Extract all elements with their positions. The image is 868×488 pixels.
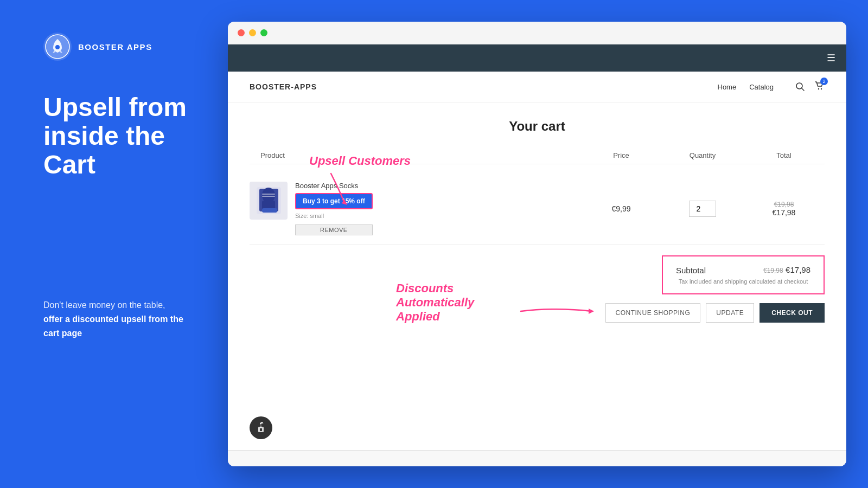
browser-chrome xyxy=(228,22,846,44)
header-price: Price xyxy=(580,151,662,159)
close-dot[interactable] xyxy=(238,29,245,36)
original-total: €19,98 xyxy=(743,201,825,208)
store-icons: 2 xyxy=(795,80,825,93)
total-cell: €19,98 €17,98 xyxy=(743,201,825,217)
cart-row: Booster Apps Socks Buy 3 to get 15% off … xyxy=(250,173,825,245)
subtitle-bold: offer a discounted upsell from the cart … xyxy=(43,314,183,338)
svg-point-3 xyxy=(796,83,802,89)
socks-illustration xyxy=(254,184,284,217)
subtitle-normal: Don't leave money on the table, xyxy=(43,300,165,310)
left-panel: BOOSTER APPS Upsell from inside the Cart… xyxy=(0,0,228,373)
cart-content: Your cart Upsell Customers Product Price… xyxy=(228,102,846,450)
svg-rect-16 xyxy=(260,428,262,431)
discount-annotation: Discounts Automatically Applied xyxy=(396,281,474,324)
product-price: €9,99 xyxy=(611,204,630,213)
svg-rect-11 xyxy=(262,208,277,213)
shopify-icon xyxy=(254,421,267,434)
svg-rect-12 xyxy=(262,194,275,195)
store-topbar: ☰ xyxy=(228,44,846,72)
svg-point-9 xyxy=(262,188,275,203)
store-header: BOOSTER-APPS Home Catalog 2 xyxy=(228,72,846,102)
shopify-badge xyxy=(250,416,272,439)
subtotal-label: Subtotal xyxy=(676,266,706,275)
browser-window: ☰ BOOSTER-APPS Home Catalog 2 Your xyxy=(228,22,846,466)
discount-annotation-label: Discounts Automatically Applied xyxy=(396,281,474,324)
subtitle: Don't leave money on the table, offer a … xyxy=(43,298,195,340)
maximize-dot[interactable] xyxy=(260,29,267,36)
nav-home[interactable]: Home xyxy=(718,83,737,91)
store-nav: Home Catalog xyxy=(718,83,774,91)
nav-catalog[interactable]: Catalog xyxy=(749,83,774,91)
cart-badge: 2 xyxy=(820,78,828,85)
subtotal-prices: €19,98 €17,98 xyxy=(763,265,810,275)
subtotal-discounted: €17,98 xyxy=(786,265,810,274)
hamburger-icon[interactable]: ☰ xyxy=(827,52,835,64)
header-total: Total xyxy=(743,151,825,159)
headline: Upsell from inside the Cart xyxy=(43,93,195,179)
product-name: Booster Apps Socks xyxy=(295,182,373,190)
quantity-input[interactable] xyxy=(689,201,716,217)
subtotal-box: Subtotal €19,98 €17,98 Tax included and … xyxy=(662,255,825,294)
svg-point-2 xyxy=(55,45,60,49)
logo-area: BOOSTER APPS xyxy=(43,33,195,61)
update-button[interactable]: UPDATE xyxy=(706,303,754,323)
price-cell: €9,99 xyxy=(580,204,662,213)
svg-rect-13 xyxy=(262,196,275,197)
quantity-cell[interactable] xyxy=(662,201,743,217)
svg-point-5 xyxy=(821,88,822,89)
product-cell: Booster Apps Socks Buy 3 to get 15% off … xyxy=(250,182,580,235)
product-image xyxy=(250,182,288,220)
discounted-total: €17,98 xyxy=(743,208,825,217)
subtotal-row: Subtotal €19,98 €17,98 xyxy=(676,265,810,275)
subtotal-section: Subtotal €19,98 €17,98 Tax included and … xyxy=(250,255,825,294)
logo-text: BOOSTER APPS xyxy=(78,42,152,52)
discount-arrow xyxy=(515,298,602,325)
header-product: Product xyxy=(250,151,580,159)
search-icon[interactable] xyxy=(795,82,805,92)
checkout-button[interactable]: CHECK OUT xyxy=(760,303,825,323)
header-quantity: Quantity xyxy=(662,151,743,159)
subtotal-original: €19,98 xyxy=(763,267,783,274)
booster-apps-logo-icon xyxy=(43,33,72,61)
cart-title: Your cart xyxy=(250,119,825,134)
cart-table-header: Product Price Quantity Total xyxy=(250,147,825,164)
store-bottombar xyxy=(228,450,846,466)
svg-marker-14 xyxy=(589,309,594,314)
remove-button[interactable]: REMOVE xyxy=(295,224,373,235)
product-info: Booster Apps Socks Buy 3 to get 15% off … xyxy=(295,182,373,235)
subtotal-note: Tax included and shipping calculated at … xyxy=(676,278,810,285)
svg-rect-10 xyxy=(262,201,275,209)
upsell-banner[interactable]: Buy 3 to get 15% off xyxy=(295,193,373,209)
store-logo: BOOSTER-APPS xyxy=(250,82,317,91)
continue-shopping-button[interactable]: CONTINUE SHOPPING xyxy=(605,303,701,323)
product-size: Size: small xyxy=(295,213,373,219)
cart-icon-wrapper[interactable]: 2 xyxy=(814,80,825,93)
minimize-dot[interactable] xyxy=(249,29,256,36)
svg-point-4 xyxy=(818,88,819,89)
